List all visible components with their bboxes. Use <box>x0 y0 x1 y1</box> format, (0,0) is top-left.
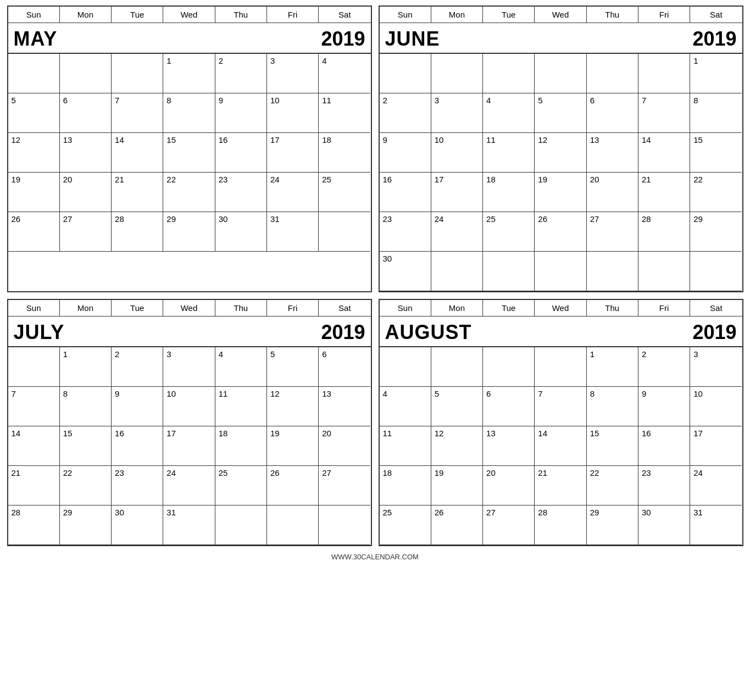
day-number: 24 <box>693 468 738 477</box>
day-number: 28 <box>115 214 159 224</box>
day-number: 21 <box>538 468 582 477</box>
day-number: 8 <box>693 96 738 105</box>
day-cell: 7 <box>638 93 690 133</box>
day-cell: 10 <box>163 387 215 426</box>
month-name: AUGUST <box>385 321 472 344</box>
header-sat: Sat <box>319 7 370 23</box>
day-number: 16 <box>383 175 427 184</box>
day-number: 2 <box>219 56 263 65</box>
day-cell: 17 <box>431 173 483 212</box>
day-number: 20 <box>590 175 635 184</box>
day-number: 18 <box>486 175 531 184</box>
day-number: 8 <box>590 389 635 398</box>
day-cell: 9 <box>112 387 163 426</box>
day-number: 19 <box>435 468 479 477</box>
day-cell: 6 <box>483 387 535 426</box>
day-number: 15 <box>63 429 108 438</box>
empty-cell <box>267 505 319 545</box>
header-fri: Fri <box>267 7 319 23</box>
day-headers: SunMonTueWedThuFriSat <box>380 7 742 23</box>
empty-cell <box>431 347 483 387</box>
day-cell: 31 <box>163 505 215 545</box>
day-cell: 16 <box>638 426 690 466</box>
day-cell: 9 <box>215 93 267 133</box>
day-cell: 15 <box>163 133 215 173</box>
days-grid: 1234567891011121314151617181920212223242… <box>8 54 371 252</box>
header-tue: Tue <box>483 7 535 23</box>
day-number: 6 <box>486 389 531 398</box>
header-sat: Sat <box>319 300 370 316</box>
day-cell: 30 <box>380 252 431 291</box>
day-number: 29 <box>693 214 738 224</box>
day-number: 29 <box>166 214 211 224</box>
year-name: 2019 <box>321 321 365 344</box>
header-tue: Tue <box>483 300 535 316</box>
empty-cell <box>319 212 370 252</box>
day-cell: 10 <box>431 133 483 173</box>
day-number: 14 <box>538 429 582 438</box>
day-cell: 10 <box>690 387 742 426</box>
day-cell: 26 <box>535 212 586 252</box>
day-cell: 27 <box>483 505 535 545</box>
day-cell: 25 <box>380 505 431 545</box>
day-number: 27 <box>322 468 367 477</box>
day-number: 18 <box>322 135 367 145</box>
day-number: 31 <box>693 508 738 517</box>
day-cell: 2 <box>638 347 690 387</box>
day-cell: 30 <box>215 212 267 252</box>
day-headers: SunMonTueWedThuFriSat <box>380 300 742 316</box>
day-number: 31 <box>270 214 315 224</box>
day-cell: 5 <box>431 387 483 426</box>
day-number: 3 <box>693 349 738 359</box>
day-headers: SunMonTueWedThuFriSat <box>8 300 371 316</box>
day-number: 12 <box>538 135 582 145</box>
day-cell: 1 <box>60 347 112 387</box>
day-cell: 26 <box>8 212 60 252</box>
day-number: 19 <box>538 175 582 184</box>
day-number: 8 <box>166 96 211 105</box>
day-cell: 7 <box>535 387 586 426</box>
day-cell: 26 <box>431 505 483 545</box>
day-number: 18 <box>383 468 427 477</box>
header-mon: Mon <box>60 7 112 23</box>
day-cell: 5 <box>8 93 60 133</box>
day-number: 11 <box>322 96 367 105</box>
day-cell: 17 <box>267 133 319 173</box>
day-number: 21 <box>115 175 159 184</box>
day-number: 20 <box>486 468 531 477</box>
day-cell: 21 <box>112 173 163 212</box>
header-wed: Wed <box>535 300 586 316</box>
calendar-july-2019: SunMonTueWedThuFriSatJULY201912345678910… <box>7 299 372 546</box>
day-number: 9 <box>115 389 159 398</box>
day-number: 6 <box>590 96 635 105</box>
month-title-row: AUGUST2019 <box>380 316 742 347</box>
day-cell: 2 <box>112 347 163 387</box>
empty-cell <box>535 347 586 387</box>
day-number: 5 <box>538 96 582 105</box>
day-number: 19 <box>12 175 56 184</box>
day-number: 25 <box>322 175 367 184</box>
empty-cell <box>483 54 535 93</box>
month-name: MAY <box>14 27 58 51</box>
header-thu: Thu <box>215 7 267 23</box>
day-cell: 4 <box>380 387 431 426</box>
day-cell: 27 <box>587 212 638 252</box>
day-cell: 5 <box>535 93 586 133</box>
empty-cell <box>380 347 431 387</box>
day-cell: 3 <box>163 347 215 387</box>
day-number: 20 <box>63 175 108 184</box>
day-number: 4 <box>383 389 427 398</box>
day-number: 14 <box>115 135 159 145</box>
day-number: 25 <box>383 508 427 517</box>
empty-cell <box>587 252 638 291</box>
day-cell: 29 <box>60 505 112 545</box>
day-number: 3 <box>435 96 479 105</box>
day-number: 4 <box>219 349 263 359</box>
day-cell: 9 <box>638 387 690 426</box>
day-number: 26 <box>538 214 582 224</box>
empty-cell <box>431 54 483 93</box>
empty-cell <box>483 347 535 387</box>
day-cell: 22 <box>690 173 742 212</box>
header-thu: Thu <box>587 300 638 316</box>
day-cell: 9 <box>380 133 431 173</box>
